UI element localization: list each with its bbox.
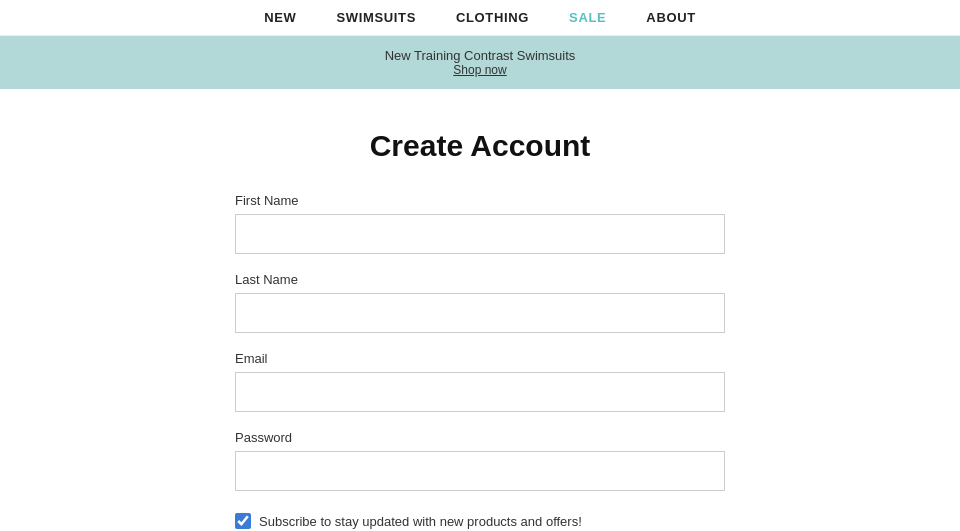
promo-link[interactable]: Shop now: [0, 63, 960, 77]
nav-item-clothing[interactable]: CLOTHING: [456, 10, 529, 25]
nav-item-swimsuits[interactable]: SWIMSUITS: [336, 10, 416, 25]
main-content: Create Account First Name Last Name Emai…: [0, 89, 960, 531]
subscribe-label: Subscribe to stay updated with new produ…: [259, 514, 582, 529]
nav-item-sale[interactable]: SALE: [569, 10, 606, 25]
nav-bar: NEW SWIMSUITS CLOTHING SALE ABOUT: [0, 0, 960, 36]
email-label: Email: [235, 351, 725, 366]
last-name-input[interactable]: [235, 293, 725, 333]
first-name-label: First Name: [235, 193, 725, 208]
first-name-input[interactable]: [235, 214, 725, 254]
promo-title: New Training Contrast Swimsuits: [0, 48, 960, 63]
password-input[interactable]: [235, 451, 725, 491]
nav-item-about[interactable]: ABOUT: [646, 10, 695, 25]
last-name-group: Last Name: [235, 272, 725, 333]
nav-item-new[interactable]: NEW: [264, 10, 296, 25]
last-name-label: Last Name: [235, 272, 725, 287]
subscribe-row: Subscribe to stay updated with new produ…: [235, 513, 725, 529]
email-input[interactable]: [235, 372, 725, 412]
first-name-group: First Name: [235, 193, 725, 254]
page-title: Create Account: [370, 129, 591, 163]
create-account-form: First Name Last Name Email Password Subs…: [235, 193, 725, 531]
email-group: Email: [235, 351, 725, 412]
subscribe-checkbox[interactable]: [235, 513, 251, 529]
password-label: Password: [235, 430, 725, 445]
password-group: Password: [235, 430, 725, 491]
promo-banner: New Training Contrast Swimsuits Shop now: [0, 36, 960, 89]
